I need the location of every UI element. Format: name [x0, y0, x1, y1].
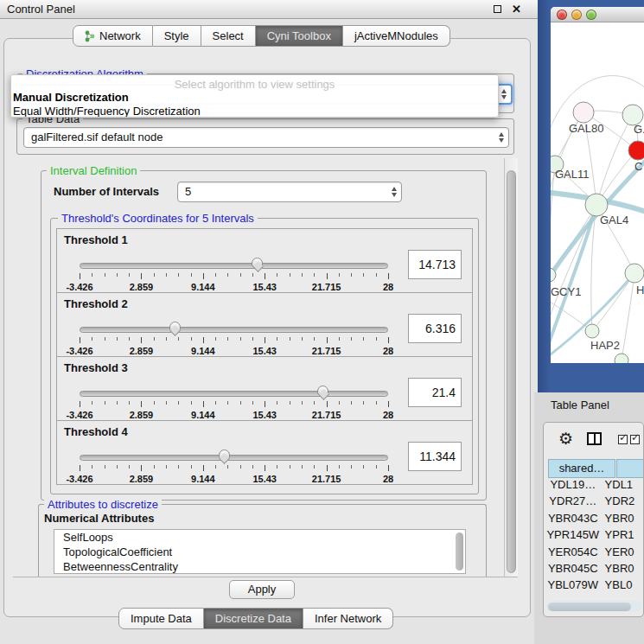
column-header-name[interactable]: na [616, 459, 644, 478]
slider-thumb[interactable] [169, 322, 181, 331]
slider-track[interactable] [80, 391, 388, 397]
cell-shared-name: YBL079W [544, 578, 603, 594]
panel-vertical-scrollbar[interactable] [504, 158, 518, 577]
tab-label: Style [164, 29, 189, 42]
numerical-attributes-list[interactable]: SelfLoopsTopologicalCoefficientBetweenne… [54, 529, 466, 574]
table-row[interactable]: YBR045CYBR0 [544, 562, 644, 578]
slider-track[interactable] [80, 327, 388, 333]
network-node-hap2[interactable] [585, 324, 599, 338]
slider-track[interactable] [80, 455, 388, 461]
threshold-value-field[interactable]: 14.713 [408, 250, 462, 279]
threshold-value-field[interactable]: 6.316 [408, 314, 462, 343]
num-intervals-value: 5 [185, 185, 191, 198]
threshold-slider[interactable]: -3.4262.8599.14415.4321.71528 [80, 452, 388, 481]
combo-arrows-icon[interactable] [497, 86, 510, 102]
numerical-attributes-label: Numerical Attributes [44, 512, 154, 525]
cell-name: YDL1 [603, 478, 644, 494]
checkbox-icon[interactable]: ✓ [618, 435, 628, 444]
interval-definition-title: Interval Definition [47, 164, 140, 177]
algorithm-dropdown-popup: Select algorithm to view settings Manual… [10, 74, 499, 118]
bottom-tab-bar: Impute DataDiscretize DataInfer Network [118, 608, 393, 629]
slider-track[interactable] [80, 263, 388, 269]
table-toolbar: ⚙ ✓ ✓ [544, 423, 643, 456]
settings-scroll-viewport: Interval Definition Number of Intervals … [13, 158, 518, 577]
tab-discretize-data[interactable]: Discretize Data [204, 608, 303, 629]
threshold-slider[interactable]: -3.4262.8599.14415.4321.71528 [80, 324, 388, 354]
threshold-value-field[interactable]: 21.4 [408, 378, 462, 407]
threshold-row-threshold-2: Threshold 2-3.4262.8599.14415.4321.71528… [56, 292, 473, 357]
slider-ticks [80, 273, 388, 280]
tab-style[interactable]: Style [153, 25, 201, 47]
threshold-label: Threshold 2 [64, 297, 128, 310]
tab-network[interactable]: Network [73, 25, 153, 47]
threshold-value-field[interactable]: 11.344 [408, 442, 462, 471]
tab-label: Cyni Toolbox [267, 29, 331, 42]
num-intervals-combobox[interactable]: 5 [177, 182, 402, 202]
tab-select[interactable]: Select [201, 25, 256, 47]
column-header-shared-name[interactable]: shared… [548, 459, 615, 478]
network-node-c[interactable] [628, 141, 644, 160]
close-traffic-button[interactable] [557, 10, 567, 20]
table-row[interactable]: YPR145WYPR1 [544, 528, 644, 545]
network-node[interactable] [615, 354, 628, 363]
attributes-group-title: Attributes to discretize [44, 498, 162, 511]
zoom-traffic-button[interactable] [586, 10, 596, 20]
panel-title: Control Panel [7, 3, 494, 16]
attribute-item-topologicalcoefficient[interactable]: TopologicalCoefficient [54, 545, 465, 559]
close-icon[interactable]: ✕ [512, 3, 521, 16]
network-node-h[interactable] [625, 264, 644, 283]
table-header-row: shared… na [548, 459, 644, 478]
top-tab-bar: NetworkStyleSelectCyni ToolboxjActiveMNo… [73, 25, 450, 47]
algorithm-option-manual-discretization[interactable]: Manual Discretization [11, 91, 498, 105]
screen: { "icons": { "close": "✕", "gear": "⚙", … [0, 0, 644, 644]
apply-button[interactable]: Apply [229, 580, 295, 599]
tab-jactivemnodules[interactable]: jActiveMNodules [343, 25, 450, 47]
table-horizontal-scrollbar[interactable] [546, 601, 642, 612]
table-row[interactable]: YDR27…YDR2 [544, 494, 644, 511]
scrollbar-thumb[interactable] [548, 603, 631, 611]
combo-arrows-icon[interactable] [387, 183, 400, 201]
cell-name: YBR0 [603, 512, 644, 528]
table-row[interactable]: YBR043CYBR0 [544, 512, 644, 528]
table-data-value: galFiltered.sif default node [31, 131, 163, 143]
combo-arrows-icon[interactable] [494, 129, 507, 146]
slider-thumb[interactable] [252, 258, 263, 267]
threshold-slider[interactable]: -3.4262.8599.14415.4321.71528 [80, 260, 388, 290]
tab-impute-data[interactable]: Impute Data [118, 608, 204, 629]
tab-label: Network [99, 29, 141, 42]
cell-shared-name: YDR27… [544, 494, 603, 511]
slider-thumb[interactable] [219, 450, 230, 459]
tab-cyni-toolbox[interactable]: Cyni Toolbox [256, 25, 343, 47]
cell-name: YPR1 [603, 528, 644, 545]
table-row[interactable]: YER054CYER0 [544, 545, 644, 562]
tab-infer-network[interactable]: Infer Network [303, 608, 393, 629]
slider-ticks [80, 401, 388, 408]
threshold-row-threshold-3: Threshold 3-3.4262.8599.14415.4321.71528… [56, 356, 473, 421]
network-node-gal80[interactable] [573, 102, 594, 123]
minimize-traffic-button[interactable] [571, 10, 582, 20]
num-intervals-label: Number of Intervals [54, 185, 159, 198]
table-data-combobox[interactable]: galFiltered.sif default node [23, 127, 509, 148]
network-node-label: GAL11 [555, 168, 590, 181]
network-canvas[interactable]: GAL80G.CGAL11GAL4GCY1HHAP2 [551, 22, 644, 363]
list-scrollbar[interactable] [456, 532, 463, 571]
table-row[interactable]: YBL079WYBL0 [544, 578, 644, 594]
attribute-item-selfloops[interactable]: SelfLoops [54, 530, 465, 545]
algorithm-option-equal-width-frequency-discretization[interactable]: Equal Width/Frequency Discretization [11, 105, 498, 118]
network-node-label: G. [634, 123, 644, 136]
network-icon [85, 30, 95, 42]
checkbox-icon[interactable]: ✓ [630, 435, 640, 444]
slider-thumb[interactable] [317, 386, 328, 395]
gear-icon[interactable]: ⚙ [558, 429, 573, 449]
algorithm-hint: Select algorithm to view settings [11, 78, 498, 91]
threshold-slider[interactable]: -3.4262.8599.14415.4321.71528 [80, 388, 388, 418]
float-window-icon[interactable] [494, 5, 501, 13]
attribute-item-betweennesscentrality[interactable]: BetweennessCentrality [54, 559, 465, 574]
tab-label: Discretize Data [215, 612, 291, 625]
cell-shared-name: YDL19… [544, 478, 603, 494]
slider-ticks [80, 465, 388, 472]
scrollbar-thumb[interactable] [507, 170, 516, 573]
split-columns-icon[interactable] [587, 432, 602, 445]
table-row[interactable]: YDL19…YDL1 [544, 478, 644, 494]
tab-label: Select [213, 29, 244, 42]
